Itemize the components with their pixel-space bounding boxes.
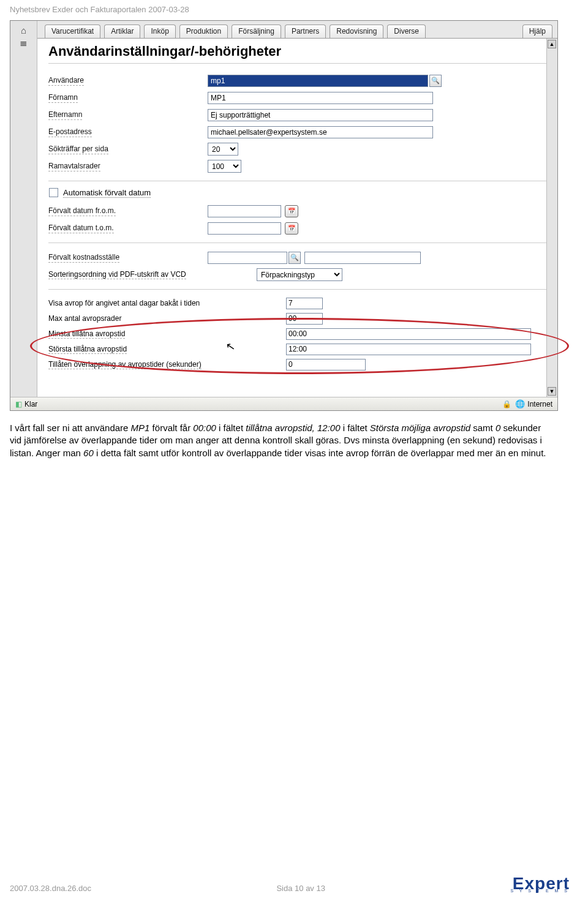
input-min-time[interactable] [286,328,531,340]
select-sort[interactable]: Förpackningstyp [257,268,342,281]
input-kostnad[interactable] [208,252,287,264]
scroll-down-button[interactable]: ▼ [548,387,556,396]
select-ramav[interactable]: 100 [208,160,241,173]
tab-bar: Varucertifikat Artiklar Inköp Produktion… [37,21,557,38]
label-min-time: Minsta tillåtna avropstid [48,329,125,339]
calendar-icon[interactable]: 📅 [285,222,298,235]
label-overlap: Tillåten överlappning av avropstider (se… [48,360,202,369]
input-overlap[interactable] [286,359,366,371]
tab-artiklar[interactable]: Artiklar [104,24,140,38]
scroll-up-button[interactable]: ▲ [548,40,556,48]
input-max-rows[interactable] [286,313,323,325]
tab-inkop[interactable]: Inköp [144,24,175,38]
status-text: Klar [24,400,37,408]
footer-filename: 2007.03.28.dna.26.doc [10,884,91,893]
input-firstname[interactable] [208,92,433,104]
label-firstname: Förnamn [48,93,78,103]
label-kostnad: Förvalt kostnadsställe [48,253,119,263]
footer-logo: Expert S Y S T E M S [510,876,570,893]
calendar-icon[interactable]: 📅 [285,205,298,217]
home-icon[interactable]: ⌂ [10,25,37,36]
input-days-back[interactable] [286,298,323,309]
input-email[interactable] [208,126,433,138]
panel-title: Användarinställningar/-behörigheter [48,43,546,64]
page-icon: ◧ [15,400,22,408]
screenshot-window: ⌂ ≣ Varucertifikat Artiklar Inköp Produk… [10,20,558,411]
label-email: E-postadress [48,127,92,137]
tab-forsaljning[interactable]: Försäljning [232,24,281,38]
label-max-time: Största tillåtna avropstid [48,345,127,354]
security-zone: Internet [527,400,552,408]
input-date-to[interactable] [208,222,281,235]
label-auto-date: Automatisk förvalt datum [63,188,151,197]
label-lastname: Efternamn [48,110,82,120]
search-icon[interactable]: 🔍 [288,252,301,264]
label-hits: Sökträffar per sida [48,145,108,154]
search-icon[interactable]: 🔍 [429,75,442,87]
label-ramav: Ramavtalsrader [48,162,100,171]
tab-hjalp[interactable]: Hjälp [522,24,552,38]
label-date-from: Förvalt datum fr.o.m. [48,206,116,216]
main-panel: ▲ ▼ Användarinställningar/-behörigheter … [37,38,557,397]
internet-icon: 🌐 [515,399,525,408]
input-user[interactable] [208,75,428,87]
select-hits[interactable]: 20 [208,143,238,156]
list-icon[interactable]: ≣ [10,37,37,48]
label-max-rows: Max antal avropsrader [48,314,286,323]
input-lastname[interactable] [208,109,433,121]
lock-icon: 🔒 [502,400,511,408]
tab-redovisning[interactable]: Redovisning [330,24,383,38]
checkbox-auto-date[interactable] [49,188,58,197]
tab-produktion[interactable]: Produktion [179,24,228,38]
tab-partners[interactable]: Partners [285,24,326,38]
label-sort: Sorteringsordning vid PDF-utskrift av VC… [48,270,186,279]
doc-header: Nyhetsbrev Exder och Fakturaportalen 200… [10,5,581,14]
input-kostnad-desc[interactable] [304,252,421,264]
label-date-to: Förvalt datum t.o.m. [48,224,114,233]
label-user: Användare [48,76,84,86]
left-gutter: ⌂ ≣ [10,21,37,397]
body-paragraph: I vårt fall ser ni att användare MP1 för… [10,422,555,459]
input-date-from[interactable] [208,205,281,217]
page-footer: 2007.03.28.dna.26.doc Sida 10 av 13 Expe… [7,876,581,893]
tab-diverse[interactable]: Diverse [387,24,426,38]
status-bar: ◧Klar 🔒 🌐 Internet [10,397,557,410]
input-max-time[interactable] [286,344,531,355]
tab-varucertifikat[interactable]: Varucertifikat [45,24,100,38]
label-days-back: Visa avrop för angivet antal dagar bakåt… [48,299,286,307]
footer-page: Sida 10 av 13 [91,884,510,893]
